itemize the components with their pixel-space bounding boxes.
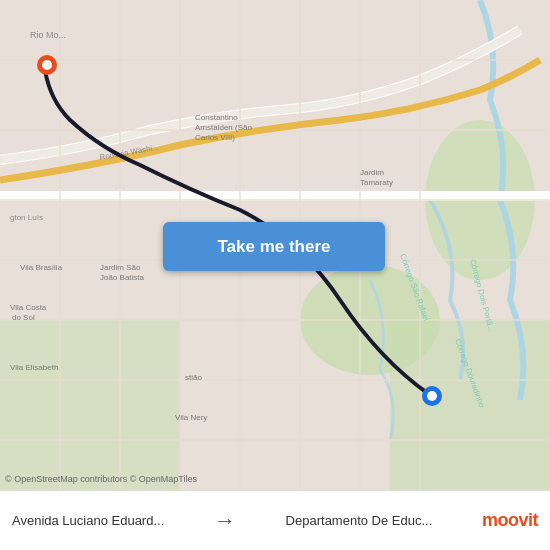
svg-text:gton Luís: gton Luís: [10, 213, 43, 222]
svg-text:Carlos VIII): Carlos VIII): [195, 133, 235, 142]
origin-label: Avenida Luciano Eduard...: [12, 513, 164, 528]
svg-text:Vila Brasília: Vila Brasília: [20, 263, 63, 272]
svg-text:Constantino: Constantino: [195, 113, 238, 122]
route-destination: Departamento De Educ...: [286, 513, 433, 528]
svg-text:Vila Nery: Vila Nery: [175, 413, 207, 422]
take-me-there-button[interactable]: Take me there: [163, 222, 385, 271]
svg-text:Vila Costa: Vila Costa: [10, 303, 47, 312]
svg-text:Jardim São: Jardim São: [100, 263, 141, 272]
svg-text:Rio Mo...: Rio Mo...: [30, 30, 66, 40]
route-arrow-icon: →: [214, 508, 236, 534]
svg-text:stião: stião: [185, 373, 202, 382]
destination-label: Departamento De Educ...: [286, 513, 433, 528]
svg-text:João Batista: João Batista: [100, 273, 145, 282]
svg-text:Jardim: Jardim: [360, 168, 384, 177]
svg-text:Tamaraty: Tamaraty: [360, 178, 393, 187]
map-container: Rio Mo... Rodovia Washi... gton Luís Vil…: [0, 0, 550, 490]
svg-point-38: [42, 60, 52, 70]
moovit-logo: moovit: [482, 510, 538, 531]
moovit-logo-text: moovit: [482, 510, 538, 530]
svg-text:Amstalden (São: Amstalden (São: [195, 123, 252, 132]
svg-rect-4: [390, 320, 550, 490]
svg-rect-3: [0, 320, 180, 490]
svg-text:do Sol: do Sol: [12, 313, 35, 322]
route-origin: Avenida Luciano Eduard...: [12, 513, 164, 528]
svg-text:© OpenStreetMap contributors ©: © OpenStreetMap contributors © OpenMapTi…: [5, 474, 198, 484]
bottom-bar: Avenida Luciano Eduard... → Departamento…: [0, 490, 550, 550]
svg-point-40: [427, 391, 437, 401]
svg-text:Vila Elisabeth: Vila Elisabeth: [10, 363, 58, 372]
